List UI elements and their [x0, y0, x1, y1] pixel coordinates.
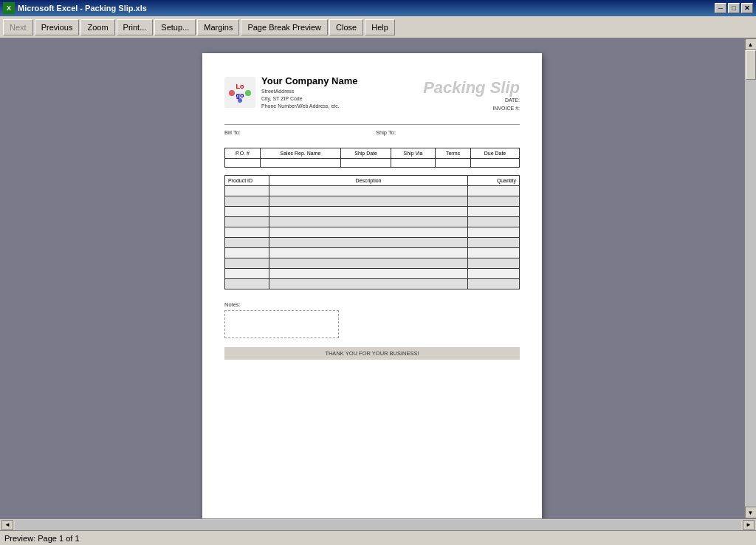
- company-logo: Lo go: [224, 77, 255, 108]
- products-col-qty: Quantity: [468, 176, 520, 186]
- order-cell-terms: [435, 159, 470, 168]
- product-row: [225, 207, 520, 217]
- product-id-cell: [225, 186, 269, 196]
- product-desc-cell: [269, 258, 468, 269]
- zoom-button[interactable]: Zoom: [80, 19, 114, 35]
- product-qty-cell: [468, 186, 520, 196]
- svg-point-3: [229, 90, 235, 96]
- product-row: [225, 258, 520, 269]
- product-id-cell: [225, 217, 269, 227]
- ship-to-label: Ship To:: [376, 129, 396, 136]
- product-id-cell: [225, 269, 269, 279]
- product-qty-cell: [468, 227, 520, 238]
- company-name: Your Company Name: [261, 75, 358, 86]
- product-id-cell: [225, 207, 269, 217]
- product-row: [225, 227, 520, 238]
- company-city: City, ST ZIP Code: [261, 95, 358, 103]
- thank-you-bar: THANK YOU FOR YOUR BUSINESS!: [224, 347, 520, 360]
- minimize-button[interactable]: ─: [715, 3, 726, 13]
- product-desc-cell: [269, 217, 468, 227]
- product-row: [225, 196, 520, 207]
- page-break-preview-button[interactable]: Page Break Preview: [241, 19, 328, 35]
- close-button-toolbar[interactable]: Close: [329, 19, 363, 35]
- product-row: [225, 186, 520, 196]
- window-controls: ─ □ ✕: [715, 3, 753, 13]
- help-button[interactable]: Help: [365, 19, 395, 35]
- document-page: Lo go Your Company Name StreetAddress Ci…: [202, 53, 542, 518]
- order-table-row: [225, 159, 520, 168]
- status-bar: Preview: Page 1 of 1: [0, 530, 756, 545]
- product-desc-cell: [269, 207, 468, 217]
- svg-text:Lo: Lo: [236, 83, 244, 90]
- scroll-thumb[interactable]: [746, 50, 756, 80]
- product-desc-cell: [269, 248, 468, 258]
- notes-section: Notes:: [224, 301, 520, 338]
- maximize-button[interactable]: □: [728, 3, 740, 13]
- previous-button[interactable]: Previous: [35, 19, 80, 35]
- app-icon: X: [3, 2, 15, 14]
- order-cell-ship-via: [391, 159, 436, 168]
- order-table-header-row: P.O. # Sales Rep. Name Ship Date Ship Vi…: [225, 148, 520, 159]
- right-header: Packing Slip DATE: INVOICE #:: [423, 75, 520, 117]
- order-table: P.O. # Sales Rep. Name Ship Date Ship Vi…: [224, 148, 520, 168]
- bill-to-label: Bill To:: [224, 129, 241, 136]
- margins-button[interactable]: Margins: [197, 19, 239, 35]
- product-qty-cell: [468, 238, 520, 248]
- h-scroll-track[interactable]: [15, 520, 741, 530]
- order-col-ship-via: Ship Via: [391, 148, 436, 159]
- scroll-up-arrow[interactable]: ▲: [745, 38, 757, 50]
- svg-point-4: [245, 90, 251, 96]
- invoice-label: INVOICE #:: [492, 106, 520, 111]
- order-col-terms: Terms: [435, 148, 470, 159]
- product-desc-cell: [269, 279, 468, 289]
- status-text: Preview: Page 1 of 1: [4, 534, 80, 543]
- product-id-cell: [225, 238, 269, 248]
- page-area: Lo go Your Company Name StreetAddress Ci…: [0, 38, 744, 518]
- window-title: Microsoft Excel - Packing Slip.xls: [18, 4, 715, 13]
- product-qty-cell: [468, 279, 520, 289]
- close-button[interactable]: ✕: [741, 3, 753, 13]
- product-id-cell: [225, 279, 269, 289]
- products-header-row: Product ID Description Quantity: [225, 176, 520, 186]
- doc-header: Lo go Your Company Name StreetAddress Ci…: [224, 75, 520, 117]
- order-cell-due-date: [470, 159, 519, 168]
- company-info-block: Your Company Name StreetAddress City, ST…: [261, 75, 358, 109]
- product-row: [225, 217, 520, 227]
- order-col-po: P.O. #: [225, 148, 261, 159]
- order-cell-sales-rep: [260, 159, 340, 168]
- product-desc-cell: [269, 227, 468, 238]
- date-label: DATE:: [505, 97, 520, 103]
- next-button[interactable]: Next: [3, 19, 33, 35]
- product-desc-cell: [269, 196, 468, 207]
- product-id-cell: [225, 248, 269, 258]
- scroll-right-arrow[interactable]: ►: [743, 520, 755, 530]
- print-button[interactable]: Print...: [117, 19, 154, 35]
- product-id-cell: [225, 227, 269, 238]
- packing-slip-title: Packing Slip: [423, 78, 520, 97]
- scroll-track[interactable]: [745, 50, 756, 507]
- product-qty-cell: [468, 269, 520, 279]
- vertical-scrollbar[interactable]: ▲ ▼: [744, 38, 756, 518]
- product-qty-cell: [468, 217, 520, 227]
- products-table: Product ID Description Quantity: [224, 175, 520, 289]
- order-col-ship-date: Ship Date: [341, 148, 391, 159]
- scroll-down-arrow[interactable]: ▼: [745, 507, 757, 518]
- horizontal-scrollbar[interactable]: ◄ ►: [0, 518, 756, 530]
- scroll-left-arrow[interactable]: ◄: [1, 520, 13, 530]
- svg-text:go: go: [236, 92, 244, 99]
- notes-box: [224, 310, 339, 338]
- product-qty-cell: [468, 248, 520, 258]
- company-phone: Phone Number/Web Address, etc.: [261, 103, 358, 110]
- bill-to: Bill To:: [224, 129, 368, 136]
- products-col-id: Product ID: [225, 176, 269, 186]
- product-id-cell: [225, 196, 269, 207]
- bill-ship-section: Bill To: Ship To:: [224, 129, 520, 136]
- order-cell-ship-date: [341, 159, 391, 168]
- toolbar: Next Previous Zoom Print... Setup... Mar…: [0, 16, 756, 38]
- date-invoice: DATE: INVOICE #:: [423, 97, 520, 111]
- header-divider: [224, 124, 520, 125]
- product-row: [225, 269, 520, 279]
- setup-button[interactable]: Setup...: [154, 19, 196, 35]
- product-qty-cell: [468, 258, 520, 269]
- ship-to: Ship To:: [376, 129, 520, 136]
